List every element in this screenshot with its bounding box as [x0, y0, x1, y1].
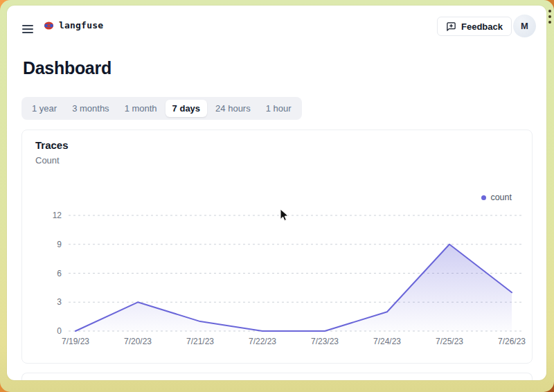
hamburger-icon	[22, 25, 33, 26]
menu-toggle-button[interactable]	[21, 21, 40, 37]
svg-text:7/22/23: 7/22/23	[249, 337, 276, 346]
brand-name: langfuse	[59, 20, 103, 30]
avatar-initial: M	[521, 21, 528, 31]
svg-text:7/24/23: 7/24/23	[373, 337, 401, 346]
user-avatar[interactable]: M	[513, 15, 536, 37]
svg-text:6: 6	[57, 269, 62, 278]
svg-text:9: 9	[57, 240, 62, 249]
legend-dot-icon	[481, 195, 486, 200]
tab-1-hour[interactable]: 1 hour	[259, 100, 298, 117]
brand: langfuse	[44, 20, 103, 30]
tab-24-hours[interactable]: 24 hours	[208, 100, 258, 117]
tab-1-year[interactable]: 1 year	[25, 100, 64, 117]
legend-label: count	[490, 193, 512, 202]
chart-legend: count	[481, 193, 512, 202]
chart-y-axis-ticks: 036912	[53, 211, 62, 336]
svg-text:7/20/23: 7/20/23	[124, 337, 152, 346]
langfuse-logo-icon	[44, 21, 54, 30]
next-card-partial	[21, 373, 533, 380]
svg-text:12: 12	[53, 211, 62, 220]
svg-text:7/21/23: 7/21/23	[186, 337, 214, 346]
svg-text:0: 0	[57, 326, 62, 336]
svg-text:3: 3	[57, 297, 62, 307]
message-square-plus-icon	[446, 21, 456, 32]
chart-x-axis-ticks: 7/19/237/20/237/21/237/22/237/23/237/24/…	[62, 337, 526, 346]
svg-text:7/19/23: 7/19/23	[62, 337, 89, 346]
chart-area-fill	[75, 244, 512, 331]
app-window: langfuse Feedback M Dashboard 1 year3 mo…	[7, 6, 546, 380]
card-title: Traces	[35, 139, 69, 151]
frame-handle-dot	[548, 10, 551, 12]
tab-3-months[interactable]: 3 months	[65, 100, 116, 117]
tab-1-month[interactable]: 1 month	[118, 100, 164, 117]
svg-text:7/25/23: 7/25/23	[436, 337, 463, 346]
traces-card: Traces Count count 036912 7/19/237/20/23…	[21, 130, 533, 364]
feedback-label: Feedback	[461, 21, 503, 32]
traces-area-chart: 036912 7/19/237/20/237/21/237/22/237/23/…	[22, 206, 533, 353]
svg-text:7/23/23: 7/23/23	[311, 337, 339, 346]
frame-handle-dot	[548, 15, 551, 18]
svg-text:7/26/23: 7/26/23	[498, 337, 526, 346]
tab-7-days[interactable]: 7 days	[166, 100, 207, 117]
time-range-tabs: 1 year3 months1 month7 days24 hours1 hou…	[21, 97, 302, 120]
frame-handle-dot	[548, 21, 551, 24]
card-subtitle: Count	[35, 155, 60, 166]
page-title: Dashboard	[23, 58, 111, 78]
feedback-button[interactable]: Feedback	[437, 17, 512, 36]
